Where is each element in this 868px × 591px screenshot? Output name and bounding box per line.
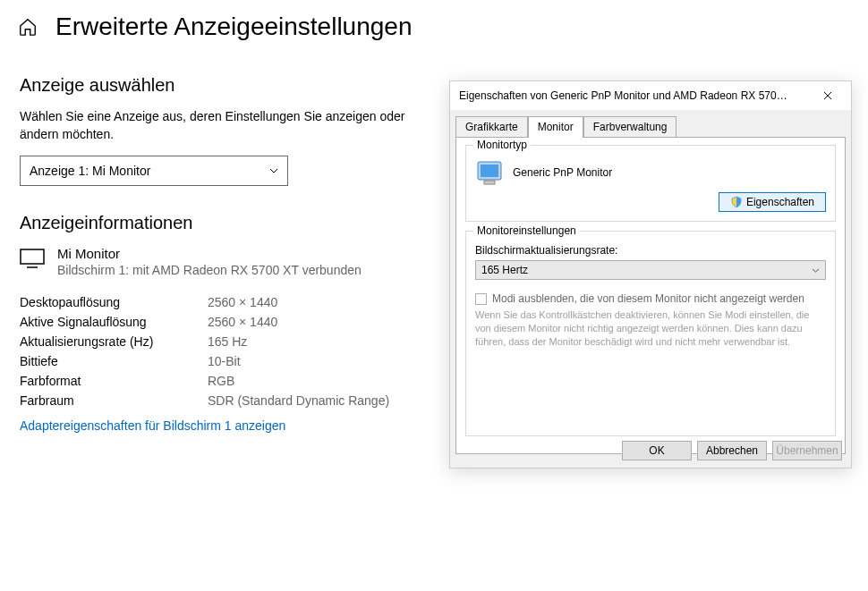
close-button[interactable] [810,83,846,108]
hide-modes-warning: Wenn Sie das Kontrollkästchen deaktivier… [475,308,826,349]
info-row: FarbformatRGB [20,374,410,388]
monitor-properties-dialog: Eigenschaften von Generic PnP Monitor un… [449,80,852,469]
monitor-settings-title: Monitoreinstellungen [473,224,580,237]
monitor-icon [20,248,45,269]
info-row: FarbraumSDR (Standard Dynamic Range) [20,393,410,408]
tab-panel-monitor: Monitortyp Generic PnP Monitor Eigenscha… [455,137,846,454]
monitor-name: Mi Monitor [57,246,362,261]
monitor-properties-button-label: Eigenschaften [746,196,814,208]
hide-modes-checkbox[interactable] [475,293,487,305]
chevron-down-icon [269,168,278,173]
info-row: Desktopauflösung2560 × 1440 [20,295,410,309]
display-info-table: Desktopauflösung2560 × 1440 Aktive Signa… [20,295,410,408]
crt-monitor-icon [475,158,504,187]
chevron-down-icon [812,268,820,273]
page-title: Erweiterte Anzeigeeinstellungen [55,13,412,41]
monitor-type-name: Generic PnP Monitor [513,166,612,179]
select-display-instruction: Wählen Sie eine Anzeige aus, deren Einst… [20,108,410,143]
monitor-type-title: Monitortyp [473,139,531,151]
home-icon[interactable] [18,17,38,37]
tab-monitor[interactable]: Monitor [528,116,583,138]
refresh-rate-value: 165 Hertz [481,264,528,276]
refresh-rate-select[interactable]: 165 Hertz [475,260,826,280]
select-display-title: Anzeige auswählen [20,75,410,96]
monitor-type-group: Monitortyp Generic PnP Monitor Eigenscha… [465,145,836,222]
cancel-button[interactable]: Abbrechen [697,441,767,460]
tab-graphics[interactable]: Grafikkarte [455,116,528,138]
dialog-titlebar[interactable]: Eigenschaften von Generic PnP Monitor un… [450,81,851,110]
display-select-value: Anzeige 1: Mi Monitor [30,164,150,178]
apply-button[interactable]: Übernehmen [772,441,842,460]
close-icon [823,91,832,100]
refresh-rate-label: Bildschirmaktualisierungsrate: [475,244,826,257]
monitor-properties-button[interactable]: Eigenschaften [719,192,826,212]
info-row: Bittiefe10-Bit [20,354,410,368]
info-row: Aktualisierungsrate (Hz)165 Hz [20,334,410,349]
svg-rect-0 [21,249,44,264]
dialog-title: Eigenschaften von Generic PnP Monitor un… [459,89,810,102]
display-info-title: Anzeigeinformationen [20,213,410,233]
svg-rect-2 [481,165,498,177]
monitor-settings-group: Monitoreinstellungen Bildschirmaktualisi… [465,231,836,436]
svg-rect-3 [484,181,495,184]
tab-color[interactable]: Farbverwaltung [583,116,677,138]
monitor-sub: Bildschirm 1: mit AMD Radeon RX 5700 XT … [57,263,362,277]
shield-icon [730,196,743,208]
display-select[interactable]: Anzeige 1: Mi Monitor [20,156,288,186]
adapter-properties-link[interactable]: Adaptereigenschaften für Bildschirm 1 an… [20,418,285,433]
ok-button[interactable]: OK [622,441,692,460]
hide-modes-label: Modi ausblenden, die von diesem Monitor … [492,292,804,305]
info-row: Aktive Signalauflösung2560 × 1440 [20,315,410,329]
